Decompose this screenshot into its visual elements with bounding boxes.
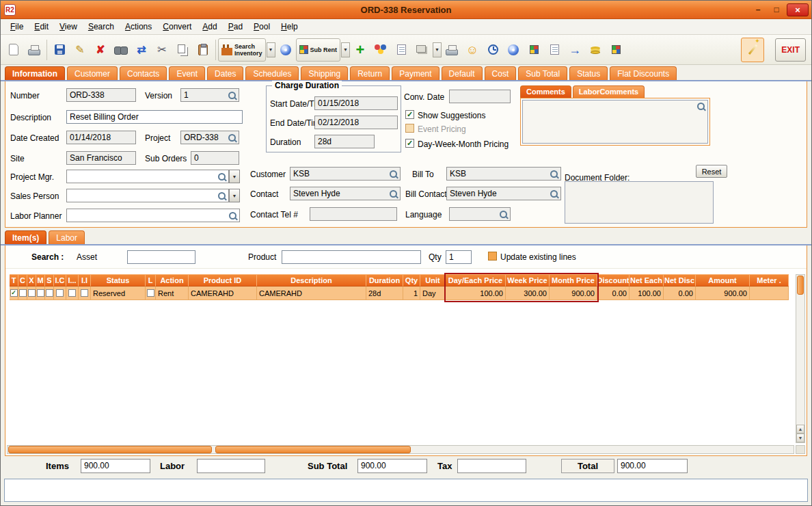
col-header-week-price[interactable]: Week Price	[506, 274, 550, 287]
number-field[interactable]: ORD-338	[66, 88, 136, 102]
wand-button[interactable]	[741, 38, 764, 62]
col-header-l[interactable]: L	[146, 274, 156, 287]
ii-checkbox[interactable]	[81, 289, 88, 297]
search-magnifier-icon[interactable]	[499, 210, 508, 219]
col-header-ii[interactable]: I.I	[79, 274, 91, 287]
bill-contact-field[interactable]: Steven Hyde	[446, 187, 561, 200]
s-checkbox[interactable]	[46, 289, 53, 297]
col-header-t[interactable]: T	[10, 274, 18, 287]
col-header-day-each-price[interactable]: Day/Each Price	[446, 274, 506, 287]
col-header-discount[interactable]: Discount	[597, 274, 630, 287]
smiley-button[interactable]: ☺	[462, 38, 483, 62]
print-button[interactable]	[24, 38, 44, 62]
qty-input[interactable]	[446, 250, 472, 264]
print-batch-button[interactable]	[442, 38, 462, 62]
scroll-up-button[interactable]: ▲	[796, 425, 804, 434]
reset-button[interactable]: Reset	[696, 165, 727, 178]
search-magnifier-icon[interactable]	[217, 191, 226, 200]
finance-button[interactable]	[585, 38, 606, 62]
horizontal-scrollbar[interactable]	[7, 445, 794, 454]
scroll-down-button[interactable]: ▼	[796, 434, 804, 442]
sub-rent-button[interactable]: Sub Rent	[296, 38, 341, 62]
search-magnifier-icon[interactable]	[228, 133, 236, 142]
tab-dates[interactable]: Dates	[207, 66, 243, 80]
transfer-button[interactable]: ⇄	[131, 38, 152, 62]
tab-shipping[interactable]: Shipping	[301, 66, 348, 80]
search-magnifier-icon[interactable]	[696, 102, 705, 111]
horizontal-scrollbar-thumb[interactable]	[8, 446, 212, 453]
event-pricing-checkbox[interactable]	[405, 124, 414, 133]
tab-cost[interactable]: Cost	[485, 66, 517, 80]
export-button[interactable]: →	[565, 38, 585, 62]
tab-contacts[interactable]: Contacts	[120, 66, 167, 80]
menu-pad[interactable]: Pad	[223, 20, 248, 34]
comments-textarea[interactable]	[522, 100, 708, 144]
tab-event[interactable]: Event	[169, 66, 205, 80]
end-date-field[interactable]: 02/12/2018	[314, 116, 398, 129]
new-button[interactable]	[3, 38, 24, 62]
maximize-button[interactable]: □	[768, 3, 785, 16]
menu-actions[interactable]: Actions	[120, 20, 157, 34]
menu-convert[interactable]: Convert	[157, 20, 197, 34]
pool-button[interactable]	[370, 38, 391, 62]
site-field[interactable]: San Francisco	[66, 151, 136, 165]
vertical-scrollbar[interactable]: ▲ ▼	[796, 274, 805, 443]
ic-checkbox[interactable]	[56, 289, 64, 297]
tab-customer[interactable]: Customer	[67, 66, 118, 80]
batch-dropdown[interactable]: ▼	[433, 42, 442, 57]
table-row[interactable]: ✓ Reserved Rent CAMERAHD CAMERAHD 28d 1 …	[10, 287, 789, 300]
tab-return[interactable]: Return	[350, 66, 390, 80]
copy-button[interactable]	[172, 38, 193, 62]
tab-sub-total[interactable]: Sub Total	[518, 66, 567, 80]
menu-help[interactable]: Help	[275, 20, 303, 34]
vertical-scrollbar-track[interactable]	[796, 295, 804, 425]
bill-to-field[interactable]: KSB	[446, 167, 561, 181]
duration-field[interactable]: 28d	[314, 135, 375, 148]
start-date-field[interactable]: 01/15/2018	[314, 96, 398, 110]
tab-default[interactable]: Default	[442, 66, 483, 80]
tab-items[interactable]: Item(s)	[5, 230, 46, 244]
col-header-month-price[interactable]: Month Price	[550, 274, 597, 287]
tab-schedules[interactable]: Schedules	[245, 66, 299, 80]
search-magnifier-icon[interactable]	[228, 91, 236, 100]
find-button[interactable]	[111, 38, 131, 62]
i-checkbox[interactable]	[68, 289, 76, 297]
row-select-checkbox[interactable]: ✓	[10, 289, 18, 297]
edit-button[interactable]: ✎	[70, 38, 90, 62]
cut-button[interactable]: ✂	[152, 38, 172, 62]
col-header-x[interactable]: X	[27, 274, 36, 287]
col-header-duration[interactable]: Duration	[366, 274, 403, 287]
x-checkbox[interactable]	[28, 289, 36, 297]
conv-date-field[interactable]	[449, 90, 511, 103]
asset-input[interactable]	[127, 250, 195, 264]
sales-person-field[interactable]	[66, 189, 229, 202]
save-button[interactable]	[49, 38, 70, 62]
col-header-qty[interactable]: Qty	[403, 274, 420, 287]
modules-button[interactable]	[606, 38, 626, 62]
col-header-m[interactable]: M	[36, 274, 45, 287]
search-magnifier-icon[interactable]	[389, 189, 398, 198]
menu-view[interactable]: View	[54, 20, 83, 34]
show-suggestions-checkbox[interactable]: ✓	[405, 110, 414, 119]
menu-file[interactable]: File	[5, 20, 29, 34]
project-field[interactable]: ORD-338	[180, 131, 239, 144]
batch-button[interactable]	[411, 38, 432, 62]
minimize-button[interactable]: –	[750, 3, 766, 16]
col-header-status[interactable]: Status	[91, 274, 146, 287]
m-checkbox[interactable]	[37, 289, 44, 297]
add-item-button[interactable]: +	[350, 38, 370, 62]
menu-add[interactable]: Add	[197, 20, 222, 34]
notes-button[interactable]	[544, 38, 565, 62]
sales-person-dropdown[interactable]: ▼	[229, 189, 240, 202]
search-magnifier-icon[interactable]	[389, 170, 398, 178]
edit-note-button[interactable]	[391, 38, 411, 62]
vertical-scrollbar-thumb[interactable]	[797, 276, 804, 295]
col-header-action[interactable]: Action	[156, 274, 189, 287]
search-magnifier-icon[interactable]	[550, 189, 558, 198]
sub-orders-field[interactable]: 0	[191, 151, 239, 165]
document-folder-box[interactable]	[565, 181, 714, 224]
col-header-net-disc[interactable]: Net Disc	[664, 274, 696, 287]
tab-comments[interactable]: Comments	[520, 85, 571, 98]
search-inventory-dropdown[interactable]: ▼	[267, 42, 275, 57]
date-created-field[interactable]: 01/14/2018	[66, 131, 136, 144]
